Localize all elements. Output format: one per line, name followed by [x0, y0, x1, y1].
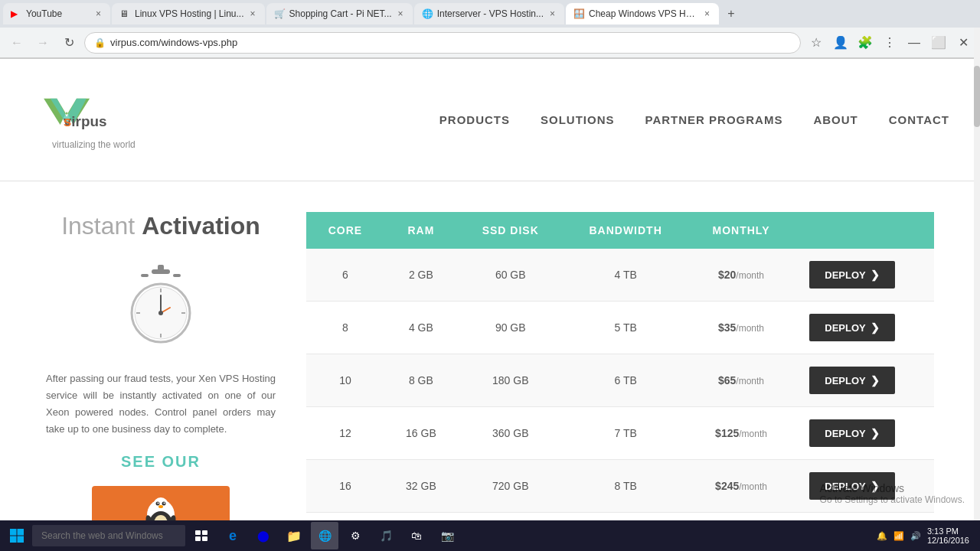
- scrollbar-thumb[interactable]: [974, 66, 980, 127]
- cell-ssd: 720 GB: [458, 460, 564, 513]
- tab-interserver[interactable]: 🌐 Interserver - VPS Hostin... ×: [414, 3, 564, 24]
- address-bar[interactable]: 🔒 virpus.com/windows-vps.php: [84, 32, 801, 54]
- deploy-button[interactable]: DEPLOY ❯: [809, 314, 894, 341]
- deploy-chevron-icon: ❯: [871, 321, 880, 334]
- system-clock: 3:13 PM 12/16/2016: [927, 527, 969, 545]
- camera-button[interactable]: 📷: [433, 522, 461, 549]
- cell-ram: 32 GB: [384, 460, 458, 513]
- date-display: 12/16/2016: [927, 536, 969, 545]
- instant-text: Instant: [61, 212, 135, 240]
- tab-virpus-close[interactable]: ×: [703, 7, 711, 21]
- stopwatch-container: [122, 263, 199, 347]
- extensions-button[interactable]: 🧩: [854, 32, 876, 54]
- tab-interserver-title: Interserver - VPS Hostin...: [437, 8, 544, 19]
- taskbar-right: 🔔 📶 🔊 3:13 PM 12/16/2016: [877, 527, 975, 545]
- bookmark-button[interactable]: ☆: [805, 32, 827, 54]
- tab-youtube-title: YouTube: [26, 8, 90, 19]
- svg-rect-31: [18, 529, 24, 536]
- media-player-button[interactable]: 🎵: [372, 522, 400, 549]
- cell-ssd: 60 GB: [458, 249, 564, 302]
- nav-products[interactable]: PRODUCTS: [439, 113, 510, 126]
- close-button[interactable]: ✕: [952, 32, 974, 54]
- nav-solutions[interactable]: SOLUTIONS: [541, 113, 615, 126]
- task-view-button[interactable]: [188, 522, 216, 549]
- col-header-bandwidth: BANDWIDTH: [564, 212, 688, 249]
- svg-rect-5: [158, 265, 164, 272]
- tab-shopping-cart[interactable]: 🛒 Shopping Cart - Pi NET... ×: [266, 3, 413, 24]
- cell-ssd: 180 GB: [458, 354, 564, 407]
- cell-bandwidth: 4 TB: [564, 249, 688, 302]
- cell-deploy: DEPLOY ❯: [794, 302, 934, 354]
- nav-bar: ← → ↻ 🔒 virpus.com/windows-vps.php ☆ 👤 🧩…: [0, 28, 980, 58]
- cell-bandwidth: 8 TB: [564, 460, 688, 513]
- deploy-button[interactable]: DEPLOY ❯: [809, 367, 894, 394]
- tab-youtube[interactable]: ▶ YouTube ×: [3, 3, 110, 24]
- linux-favicon: 🖥: [119, 8, 130, 19]
- tab-youtube-close[interactable]: ×: [94, 7, 103, 21]
- table-row: 6 2 GB 60 GB 4 TB $20/month DEPLOY ❯: [306, 249, 934, 302]
- left-panel: Instant Activation: [46, 212, 276, 551]
- settings-button[interactable]: ⚙: [341, 522, 369, 549]
- tab-linux-vps[interactable]: 🖥 Linux VPS Hosting | Linu... ×: [112, 3, 265, 24]
- file-explorer-button[interactable]: 📁: [280, 522, 308, 549]
- tab-linux-close[interactable]: ×: [249, 7, 257, 21]
- deploy-button[interactable]: DEPLOY ❯: [809, 419, 894, 447]
- start-button[interactable]: [5, 523, 29, 548]
- store-button[interactable]: 🛍: [403, 522, 430, 549]
- cell-ssd: 360 GB: [458, 407, 564, 460]
- see-our-label: SEE OUR: [121, 453, 201, 471]
- cortana-button[interactable]: ⬤: [250, 522, 277, 549]
- svg-text:s: s: [64, 112, 71, 129]
- cell-ram: 2 GB: [384, 249, 458, 302]
- col-header-ram: RAM: [384, 212, 458, 249]
- taskbar: e ⬤ 📁 🌐 ⚙ 🎵 🛍 📷 🔔 📶 🔊 3:13 PM 12/16/2016: [0, 520, 980, 551]
- stopwatch-icon: [122, 263, 199, 347]
- activation-text: Activation: [142, 212, 260, 240]
- task-view-icon: [195, 530, 209, 541]
- chrome-button[interactable]: 🌐: [311, 522, 338, 549]
- tab-virpus-title: Cheap Windows VPS Ho...: [589, 8, 698, 19]
- menu-button[interactable]: ⋮: [879, 32, 900, 54]
- description-text: After passing our fraud tests, your Xen …: [46, 370, 276, 438]
- col-header-action: [794, 212, 934, 249]
- cell-ram: 16 GB: [384, 407, 458, 460]
- activate-windows-watermark: Activate Windows Go to Settings to activ…: [820, 482, 965, 505]
- svg-point-22: [164, 503, 165, 504]
- cell-price: $245/month: [688, 460, 795, 513]
- cell-price: $20/month: [688, 249, 795, 302]
- profile-button[interactable]: 👤: [830, 32, 851, 54]
- address-text: virpus.com/windows-vps.php: [110, 37, 237, 48]
- nav-partner-programs[interactable]: PARTNER PROGRAMS: [645, 113, 783, 126]
- deploy-button[interactable]: DEPLOY ❯: [809, 261, 894, 289]
- nav-about[interactable]: ABOUT: [813, 113, 858, 126]
- new-tab-button[interactable]: +: [720, 3, 742, 24]
- cell-core: 12: [306, 407, 384, 460]
- taskbar-search-input[interactable]: [32, 525, 185, 546]
- scrollbar[interactable]: [974, 28, 980, 548]
- tab-shopping-title: Shopping Cart - Pi NET...: [289, 8, 392, 19]
- nav-contact[interactable]: CONTACT: [889, 113, 949, 126]
- table-header-row: CORE RAM SSD DISK BANDWIDTH MONTHLY: [306, 212, 934, 249]
- back-button[interactable]: ←: [6, 32, 28, 54]
- cell-core: 6: [306, 249, 384, 302]
- tab-linux-title: Linux VPS Hosting | Linu...: [135, 8, 244, 19]
- minimize-button[interactable]: —: [903, 32, 925, 54]
- tab-shopping-close[interactable]: ×: [397, 7, 405, 21]
- cell-deploy: DEPLOY ❯: [794, 354, 934, 407]
- tab-interserver-close[interactable]: ×: [548, 7, 557, 21]
- refresh-button[interactable]: ↻: [58, 32, 80, 54]
- deploy-chevron-icon: ❯: [871, 427, 880, 439]
- tab-bar: ▶ YouTube × 🖥 Linux VPS Hosting | Linu..…: [0, 0, 980, 28]
- virpus-favicon: 🪟: [573, 8, 584, 19]
- maximize-button[interactable]: ⬜: [928, 32, 949, 54]
- forward-button[interactable]: →: [32, 32, 54, 54]
- folder-icon: 📁: [286, 529, 302, 543]
- cortana-icon: ⬤: [257, 530, 270, 542]
- svg-rect-37: [202, 536, 207, 541]
- logo-area: virpus s virtualizing the world: [31, 90, 136, 150]
- time-display: 3:13 PM: [927, 527, 969, 536]
- tab-virpus[interactable]: 🪟 Cheap Windows VPS Ho... ×: [566, 3, 719, 24]
- edge-button[interactable]: e: [219, 522, 247, 549]
- deploy-chevron-icon: ❯: [871, 269, 880, 281]
- svg-rect-33: [18, 536, 24, 543]
